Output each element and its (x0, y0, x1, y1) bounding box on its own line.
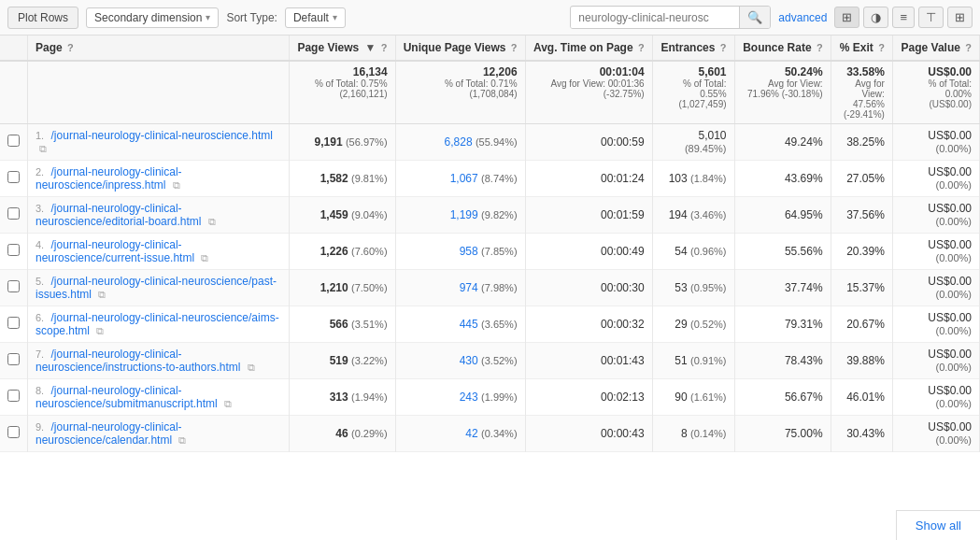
page-link[interactable]: /journal-neurology-clinical-neuroscience… (36, 238, 194, 264)
page-link[interactable]: /journal-neurology-clinical-neuroscience… (36, 165, 182, 192)
row-unique-pv: 958 (7.85%) (395, 234, 525, 270)
copy-icon[interactable]: ⧉ (201, 252, 208, 263)
unique-pv-value: 958 (460, 245, 478, 258)
unique-pv-pct: (1.99%) (481, 391, 518, 403)
row-page-views: 9,191 (56.97%) (290, 124, 396, 161)
row-page-cell: 5. /journal-neurology-clinical-neuroscie… (28, 270, 290, 306)
page-link[interactable]: /journal-neurology-clinical-neuroscience… (36, 202, 201, 228)
row-entrances: 8 (0.14%) (652, 416, 734, 452)
row-entrances: 103 (1.84%) (652, 161, 734, 197)
row-avg-time: 00:00:49 (525, 234, 652, 270)
table-row: 9. /journal-neurology-clinical-neuroscie… (0, 416, 980, 452)
row-unique-pv: 42 (0.34%) (395, 416, 525, 452)
row-page-views: 1,226 (7.60%) (290, 234, 396, 270)
page-link[interactable]: /journal-neurology-clinical-neuroscience… (36, 275, 277, 301)
secondary-dimension-arrow-icon: ▾ (206, 12, 210, 22)
pct-exit-help-icon[interactable]: ? (878, 42, 885, 53)
row-page-value: US$0.00 (0.00%) (892, 306, 979, 343)
page-views-help-icon[interactable]: ? (381, 42, 388, 53)
row-avg-time: 00:01:43 (525, 343, 652, 379)
avg-time-header: Avg. Time on Page ? (525, 36, 652, 61)
page-link[interactable]: /journal-neurology-clinical-neuroscience… (36, 384, 218, 410)
search-box: 🔍 (570, 6, 771, 29)
entrances-pct: (0.96%) (690, 246, 727, 257)
advanced-link[interactable]: advanced (778, 11, 827, 24)
row-pct-exit: 46.01% (831, 379, 892, 416)
entrances-help-icon[interactable]: ? (720, 42, 727, 53)
row-checkbox-cell (0, 270, 28, 306)
entrances-pct: (0.95%) (690, 282, 727, 293)
row-checkbox[interactable] (7, 390, 20, 402)
row-unique-pv: 974 (7.98%) (395, 270, 525, 306)
row-checkbox[interactable] (7, 280, 20, 292)
table-row: 1. /journal-neurology-clinical-neuroscie… (0, 124, 980, 161)
sort-type-arrow-icon: ▾ (333, 12, 337, 22)
page-views-pct: (7.60%) (351, 246, 388, 257)
row-checkbox-cell (0, 306, 28, 343)
copy-icon[interactable]: ⧉ (96, 325, 104, 336)
view-bar-icon[interactable]: ≡ (892, 7, 915, 28)
page-views-header: Page Views ▼ ? (290, 36, 396, 61)
row-checkbox[interactable] (7, 426, 20, 438)
view-comparison-icon[interactable]: ⊤ (918, 7, 944, 28)
view-pie-icon[interactable]: ◑ (863, 7, 888, 28)
copy-icon[interactable]: ⧉ (39, 143, 47, 154)
row-bounce-rate: 49.24% (734, 124, 831, 161)
row-number: 8. (36, 385, 44, 396)
copy-icon[interactable]: ⧉ (178, 434, 186, 446)
row-pct-exit: 39.88% (831, 343, 892, 379)
row-page-value: US$0.00 (0.00%) (892, 416, 979, 452)
row-checkbox[interactable] (7, 244, 20, 256)
row-page-value: US$0.00 (0.00%) (892, 197, 979, 234)
unique-pv-help-icon[interactable]: ? (511, 42, 518, 53)
entrances-pct: (0.52%) (690, 319, 727, 330)
plot-rows-button[interactable]: Plot Rows (7, 7, 78, 29)
page-value-pct: (0.00%) (935, 434, 972, 446)
row-number: 9. (36, 421, 44, 433)
row-avg-time: 00:01:24 (525, 161, 652, 197)
show-all-button[interactable]: Show all (897, 511, 980, 536)
row-checkbox-cell (0, 161, 28, 197)
sort-type-dropdown[interactable]: Default ▾ (285, 7, 346, 28)
unique-pv-pct: (3.52%) (481, 355, 518, 366)
page-link[interactable]: /journal-neurology-clinical-neuroscience… (36, 420, 182, 447)
page-value-help-icon[interactable]: ? (965, 42, 972, 53)
row-pct-exit: 20.67% (831, 306, 892, 343)
page-link[interactable]: /journal-neurology-clinical-neuroscience… (36, 311, 279, 337)
row-bounce-rate: 37.74% (734, 270, 831, 306)
row-page-value: US$0.00 (0.00%) (892, 234, 979, 270)
table-row: 2. /journal-neurology-clinical-neuroscie… (0, 161, 980, 197)
copy-icon[interactable]: ⧉ (224, 398, 232, 409)
entrances-pct: (89.45%) (685, 143, 727, 154)
row-entrances: 90 (1.61%) (652, 379, 734, 416)
row-number: 1. (36, 130, 44, 141)
summary-row: 16,134 % of Total: 0.75% (2,160,121) 12,… (0, 61, 980, 124)
view-pivot-icon[interactable]: ⊞ (947, 7, 973, 28)
row-checkbox[interactable] (7, 135, 20, 147)
page-views-pct: (3.51%) (351, 319, 388, 330)
page-help-icon[interactable]: ? (67, 42, 74, 53)
row-avg-time: 00:00:43 (525, 416, 652, 452)
row-checkbox[interactable] (7, 353, 20, 365)
search-input[interactable] (571, 7, 739, 28)
secondary-dimension-label: Secondary dimension (94, 11, 202, 24)
row-checkbox[interactable] (7, 317, 20, 329)
secondary-dimension-dropdown[interactable]: Secondary dimension ▾ (86, 7, 219, 28)
row-checkbox[interactable] (7, 207, 20, 220)
copy-icon[interactable]: ⧉ (98, 289, 106, 300)
copy-icon[interactable]: ⧉ (248, 362, 255, 373)
search-button[interactable]: 🔍 (739, 7, 770, 28)
copy-icon[interactable]: ⧉ (173, 179, 180, 191)
avg-time-help-icon[interactable]: ? (638, 42, 645, 53)
row-checkbox[interactable] (7, 171, 20, 183)
bounce-rate-help-icon[interactable]: ? (817, 42, 823, 53)
entrances-pct: (0.91%) (690, 355, 727, 366)
page-link[interactable]: /journal-neurology-clinical-neuroscience… (51, 129, 273, 142)
page-link[interactable]: /journal-neurology-clinical-neuroscience… (36, 348, 240, 374)
row-avg-time: 00:00:30 (525, 270, 652, 306)
row-page-cell: 6. /journal-neurology-clinical-neuroscie… (28, 306, 290, 343)
copy-icon[interactable]: ⧉ (208, 216, 216, 227)
table-row: 5. /journal-neurology-clinical-neuroscie… (0, 270, 980, 306)
view-table-icon[interactable]: ⊞ (834, 7, 859, 28)
page-views-value: 9,191 (315, 135, 343, 149)
